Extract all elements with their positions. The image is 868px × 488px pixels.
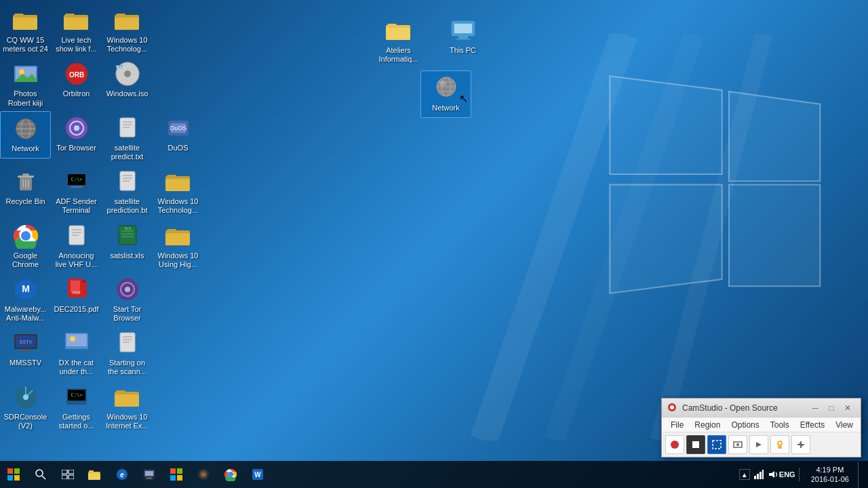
minimize-button[interactable]: ─ <box>808 402 823 414</box>
window-controls: ─ □ ✕ <box>808 402 855 414</box>
toolbar-region[interactable] <box>707 435 726 454</box>
svg-text:C:\>: C:\> <box>71 177 82 182</box>
svg-rect-169 <box>757 474 759 479</box>
tray-network[interactable] <box>753 469 764 480</box>
start-tor-browser-label: Start TorBrowser <box>113 305 141 323</box>
top-right-icons-area: AteliersInformatiq... This PC <box>373 14 488 118</box>
orbitron-label: Orbitron <box>63 89 90 98</box>
duos-icon[interactable]: DuOS DuOS <box>153 111 203 159</box>
ateliers-informatique-icon[interactable]: AteliersInformatiq... <box>373 14 424 67</box>
taskbar-my-computer[interactable] <box>136 461 163 488</box>
satellite-predict-icon[interactable]: satellitepredict.txt <box>102 111 153 165</box>
taskbar-word[interactable]: W <box>244 461 271 488</box>
taskbar-chrome[interactable] <box>217 461 244 488</box>
menu-help[interactable]: Help <box>859 419 868 431</box>
start-button[interactable] <box>0 461 27 488</box>
duos-label: DuOS <box>168 144 189 152</box>
start-tor-browser-icon[interactable]: Start TorBrowser <box>102 272 153 326</box>
gettings-started-icon[interactable]: C:\> Gettingsstarted o... <box>51 380 102 434</box>
svg-point-126 <box>671 441 679 449</box>
toolbar-btn5[interactable] <box>749 435 768 454</box>
photos-robert-icon[interactable]: PhotosRobert kiiji <box>0 57 51 110</box>
svg-line-8 <box>484 34 624 440</box>
search-button[interactable] <box>27 461 54 488</box>
toolbar-btn7[interactable] <box>791 435 810 454</box>
taskbar-clock[interactable]: 4:19 PM 2016-01-06 <box>806 465 854 485</box>
orbitron-icon[interactable]: ORB Orbitron <box>51 57 102 104</box>
satellite-prediction-icon[interactable]: satelliteprediction.bt <box>102 165 153 218</box>
camstudio-titlebar[interactable]: CamStudio - Open Source ─ □ ✕ <box>662 399 861 418</box>
tray-expand[interactable]: ▲ <box>739 469 750 480</box>
svg-rect-146 <box>62 475 67 479</box>
svg-rect-160 <box>177 475 182 481</box>
this-pc-icon[interactable]: This PC <box>437 14 488 61</box>
svg-point-102 <box>125 287 130 292</box>
malwarebytes-icon[interactable]: M Malwareby...Anti-Malw... <box>0 272 51 326</box>
svg-rect-16 <box>458 36 468 39</box>
satellite-predict-label: satellitepredict.txt <box>111 144 144 161</box>
adf-sender-icon[interactable]: C:\> ADF SenderTerminal <box>51 165 102 218</box>
toolbar-btn4[interactable] <box>728 435 747 454</box>
svg-rect-128 <box>713 441 721 449</box>
cq-ww-icon[interactable]: CQ WW 15meters oct 24 <box>0 3 51 57</box>
svg-rect-76 <box>165 179 190 191</box>
svg-marker-7 <box>729 185 820 287</box>
menu-options[interactable]: Options <box>726 419 764 431</box>
camstudio-toolbar <box>662 432 861 457</box>
task-view-button[interactable] <box>54 461 81 488</box>
svg-rect-154 <box>145 471 153 476</box>
svg-rect-33 <box>116 14 125 18</box>
svg-text:DuOS: DuOS <box>170 125 186 131</box>
recycle-bin-icon[interactable]: Recycle Bin <box>0 165 51 212</box>
satslist-label: satslist.xls <box>110 251 144 260</box>
svg-rect-17 <box>456 39 471 40</box>
toolbar-record[interactable] <box>665 435 684 454</box>
taskbar-ie[interactable]: e <box>108 461 136 488</box>
svg-text:C:\>: C:\> <box>71 392 82 398</box>
svg-rect-106 <box>21 349 31 351</box>
svg-rect-29 <box>64 18 88 30</box>
mmsstv-icon[interactable]: SSTV MMSSTV <box>0 326 51 373</box>
tray-separator <box>799 468 800 481</box>
taskbar-file-explorer[interactable] <box>81 461 108 488</box>
show-desktop-button[interactable] <box>858 462 861 487</box>
gettings-started-label: Gettingsstarted o... <box>59 413 94 430</box>
svg-point-41 <box>124 70 131 77</box>
live-tech-icon[interactable]: Live techshow link f... <box>51 3 102 57</box>
close-button[interactable]: ✕ <box>840 402 855 414</box>
taskbar-windows-store[interactable] <box>163 461 190 488</box>
restore-button[interactable]: □ <box>824 402 839 414</box>
win10-technolog1-icon[interactable]: Windows 10Technolog... <box>102 3 153 57</box>
network-icon[interactable]: Network <box>0 111 51 159</box>
win10-usinghigh-icon[interactable]: Windows 10Using Hig... <box>153 219 203 272</box>
starting-on-scann-icon[interactable]: Starting onthe scann... <box>102 326 153 380</box>
taskbar-media-player[interactable] <box>190 461 217 488</box>
dx-cat-icon[interactable]: DX the catunder th... <box>51 326 102 380</box>
menu-file[interactable]: File <box>665 419 689 431</box>
win10-internet-icon[interactable]: Windows 10Internet Ex... <box>102 380 153 434</box>
win10-usinghigh-label: Windows 10Using Hig... <box>158 251 199 269</box>
menu-tools[interactable]: Tools <box>765 419 795 431</box>
win10-technolog2-icon[interactable]: Windows 10Technolog... <box>153 165 203 218</box>
announcing-live-icon[interactable]: Annoucinglive VHF U... <box>51 219 102 272</box>
sdrconsole-icon[interactable]: SDRConsole(V2) <box>0 380 51 434</box>
tray-volume[interactable] <box>768 469 778 480</box>
network-desktop-icon[interactable]: Network ↖ <box>420 70 471 118</box>
toolbar-stop[interactable] <box>686 435 705 454</box>
dec2015-pdf-icon[interactable]: PDF DEC2015.pdf <box>51 272 102 320</box>
menu-region[interactable]: Region <box>689 419 726 431</box>
windows-iso-icon[interactable]: WIN Windows.iso <box>102 57 153 104</box>
svg-point-130 <box>736 443 739 446</box>
svg-rect-30 <box>65 14 75 18</box>
satslist-icon[interactable]: XLS satslist.xls <box>102 219 153 266</box>
svg-rect-159 <box>170 475 176 481</box>
tor-browser-icon[interactable]: Tor Browser <box>51 111 102 159</box>
google-chrome-icon[interactable]: GoogleChrome <box>0 219 51 272</box>
tray-language[interactable]: ENG <box>782 469 793 480</box>
svg-rect-122 <box>115 394 139 407</box>
menu-view[interactable]: View <box>830 419 859 431</box>
toolbar-btn6[interactable] <box>770 435 789 454</box>
menu-effects[interactable]: Effects <box>795 419 830 431</box>
svg-rect-147 <box>68 475 74 479</box>
starting-on-scann-label: Starting onthe scann... <box>108 359 146 376</box>
